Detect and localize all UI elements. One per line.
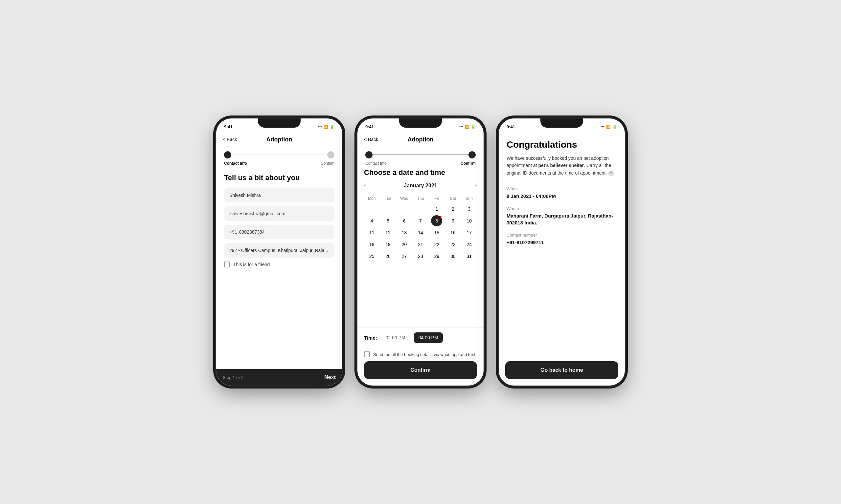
nav-bar-2: < Back Adoption <box>357 133 484 146</box>
cal-day-1[interactable]: 1 <box>431 203 442 215</box>
cal-day-31[interactable]: 31 <box>464 251 475 262</box>
step-dot-1-active <box>224 151 231 159</box>
step-label-confirm-2: Confirm <box>461 161 476 166</box>
day-header-mon: Mon <box>364 194 379 203</box>
when-item: When 8 Jan 2021 - 04:00PM <box>507 186 617 199</box>
cal-day-19[interactable]: 19 <box>382 239 394 250</box>
cal-header: ‹ January 2021 › <box>364 182 477 189</box>
step-info: Step 1 or 2 <box>223 375 244 380</box>
signal-icon-3: ▪▪▪ <box>601 125 604 129</box>
time-chip-4pm[interactable]: 04:00 PM <box>414 332 443 343</box>
step-label-contact-2: Contact Info <box>365 161 387 166</box>
cal-day-20[interactable]: 20 <box>399 239 410 250</box>
cal-empty-1 <box>366 203 377 215</box>
cal-day-28[interactable]: 28 <box>415 251 426 262</box>
confirm-button[interactable]: Confirm <box>364 361 477 379</box>
congrats-section: Congratulations We have successfully boo… <box>499 133 625 361</box>
form-section-1: Tell us a bit about you +91 8302387384 T… <box>216 168 342 369</box>
cal-day-10[interactable]: 10 <box>464 215 475 227</box>
phone-screen-2: 9:41 ▪▪▪ 📶 🔋 < Back Adoption Contact Inf… <box>357 118 484 386</box>
friend-checkbox-row: This is for a friend <box>224 262 334 267</box>
cal-day-27[interactable]: 27 <box>399 251 410 262</box>
battery-icon: 🔋 <box>330 125 334 129</box>
cal-day-8[interactable]: 8 <box>431 215 442 227</box>
notch-3 <box>540 119 583 128</box>
cal-day-26[interactable]: 26 <box>382 251 394 262</box>
step-dot-2b-active <box>468 151 476 159</box>
time-chip-2pm[interactable]: 02:00 PM <box>381 332 410 343</box>
stepper-line-2 <box>371 155 470 155</box>
cal-day-2[interactable]: 2 <box>447 203 459 215</box>
battery-icon-2: 🔋 <box>471 125 476 129</box>
friend-checkbox[interactable] <box>224 262 230 267</box>
status-time-2: 9:41 <box>365 124 374 129</box>
name-input[interactable] <box>224 188 334 202</box>
congrats-bold: pet's believer shelter <box>538 163 584 168</box>
stepper-track-1 <box>224 151 334 159</box>
day-header-sun: Sun <box>462 194 477 203</box>
phone-number: 8302387384 <box>239 225 265 239</box>
cal-next-button[interactable]: › <box>475 182 477 189</box>
step-label-contact: Contact Info <box>224 161 247 166</box>
next-button[interactable]: Next <box>324 374 336 380</box>
cal-prev-button[interactable]: ‹ <box>364 182 366 189</box>
wifi-icon-2: 📶 <box>465 125 469 129</box>
cal-day-9[interactable]: 9 <box>447 215 459 227</box>
cal-day-11[interactable]: 11 <box>366 227 377 238</box>
cal-day-23[interactable]: 23 <box>447 239 459 250</box>
whatsapp-text: Send me all the booking details via what… <box>373 352 475 357</box>
back-button-2[interactable]: < Back <box>364 137 378 142</box>
form-title-1: Tell us a bit about you <box>224 174 334 182</box>
cal-empty-4 <box>415 203 426 215</box>
day-header-tue: Tue <box>380 194 396 203</box>
detail-section: When 8 Jan 2021 - 04:00PM Where Maharani… <box>507 186 617 246</box>
cal-day-4[interactable]: 4 <box>366 215 377 227</box>
step-dot-2a-active <box>365 151 373 159</box>
signal-icon: ▪▪▪ <box>318 125 322 129</box>
whatsapp-row: Send me all the booking details via what… <box>357 347 484 361</box>
address-input[interactable] <box>224 243 334 257</box>
wifi-icon: 📶 <box>324 125 328 129</box>
cal-day-30[interactable]: 30 <box>447 251 459 262</box>
contact-value: +91-8107299711 <box>507 239 617 246</box>
cal-day-25[interactable]: 25 <box>366 251 377 262</box>
cal-day-7[interactable]: 7 <box>415 215 426 227</box>
cal-day-3[interactable]: 3 <box>464 203 475 215</box>
phone-prefix: +91 <box>229 229 237 235</box>
cal-day-18[interactable]: 18 <box>366 239 377 250</box>
battery-icon-3: 🔋 <box>612 125 617 129</box>
calendar-section: Choose a date and time ‹ January 2021 › … <box>357 168 484 327</box>
go-home-button[interactable]: Go back to home <box>505 361 618 379</box>
phone-input-row[interactable]: +91 8302387384 <box>224 225 334 239</box>
stepper-track-2 <box>365 151 476 159</box>
status-icons-2: ▪▪▪ 📶 🔋 <box>459 125 476 129</box>
cal-day-16[interactable]: 16 <box>447 227 459 238</box>
cal-empty-3 <box>399 203 410 215</box>
cal-day-15[interactable]: 15 <box>431 227 442 238</box>
day-header-fri: Fri <box>429 194 445 203</box>
calendar-title: Choose a date and time <box>364 168 477 177</box>
day-header-thu: Thu <box>413 194 428 203</box>
question-icon: ? <box>608 170 614 176</box>
cal-day-13[interactable]: 13 <box>399 227 410 238</box>
stepper-labels-2: Contact Info Confirm <box>365 161 476 166</box>
time-section: Time: 02:00 PM 04:00 PM <box>357 327 484 347</box>
where-label: Where <box>507 206 617 211</box>
cal-day-22[interactable]: 22 <box>431 239 442 250</box>
cal-day-21[interactable]: 21 <box>415 239 426 250</box>
cal-day-12[interactable]: 12 <box>382 227 394 238</box>
cal-day-5[interactable]: 5 <box>382 215 394 227</box>
cal-day-6[interactable]: 6 <box>399 215 410 227</box>
stepper-labels-1: Contact Info Confirm <box>224 161 334 166</box>
cal-day-24[interactable]: 24 <box>464 239 475 250</box>
cal-day-29[interactable]: 29 <box>431 251 442 262</box>
email-input[interactable] <box>224 206 334 221</box>
signal-icon-2: ▪▪▪ <box>459 125 463 129</box>
status-icons-3: ▪▪▪ 📶 🔋 <box>601 125 617 129</box>
nav-title-1: Adoption <box>267 136 292 143</box>
cal-day-14[interactable]: 14 <box>415 227 426 238</box>
status-time-1: 9:41 <box>224 124 233 129</box>
whatsapp-checkbox[interactable] <box>364 352 370 357</box>
cal-day-17[interactable]: 17 <box>464 227 475 238</box>
back-button-1[interactable]: < Back <box>223 137 237 142</box>
